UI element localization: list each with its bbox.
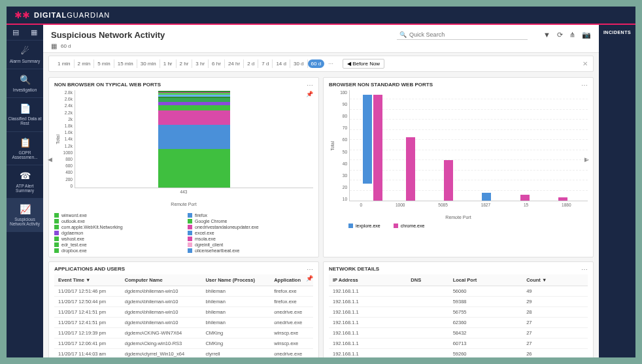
sidebar-item-5[interactable]: 📈Suspicious Network Activity	[7, 199, 43, 232]
table-cell	[407, 286, 448, 297]
bar[interactable]	[444, 160, 453, 201]
legend-item[interactable]: outlook.exe	[54, 219, 180, 223]
legend-item[interactable]: olicenseheartbeat.exe	[188, 248, 313, 253]
table-row[interactable]: 192.168.1.15675528	[329, 307, 588, 318]
table-cell: bhileman	[201, 307, 270, 318]
legend-item[interactable]: iexplore.exe	[348, 223, 380, 228]
sidebar-item-2[interactable]: 📄Classified Data at Rest	[7, 98, 43, 131]
column-header[interactable]: User Name (Process)	[201, 274, 270, 286]
table-row[interactable]: 192.168.1.15938829	[329, 297, 588, 307]
legend-swatch	[54, 242, 59, 247]
y-tick: 800	[60, 157, 73, 161]
sidebar-item-3[interactable]: 📋GDPR Assessmen...	[7, 132, 43, 165]
card-menu-icon[interactable]: ⋯	[307, 82, 313, 89]
time-segment[interactable]: 2 min	[75, 59, 95, 68]
card-menu-icon[interactable]: ⋯	[307, 266, 313, 273]
table-row[interactable]: 11/20/17 12:41:51 pmdgdemo\bhileman-win1…	[54, 307, 313, 318]
bar[interactable]	[406, 137, 415, 201]
stacked-bar-plot	[75, 90, 313, 188]
table-row[interactable]: 192.168.1.15926026	[329, 349, 588, 358]
time-segment[interactable]: 30 min	[137, 59, 160, 68]
time-segment[interactable]: 3 hr	[192, 59, 209, 68]
legend-item[interactable]: onedrivestandaloneupdater.exe	[188, 225, 313, 229]
bar-segment[interactable]	[158, 105, 230, 110]
table-row[interactable]: 11/20/17 12:50:44 pmdgdemo\bhileman-win1…	[54, 297, 313, 307]
legend-swatch	[54, 219, 59, 223]
incidents-tab[interactable]: INCIDENTS	[599, 30, 635, 35]
bar-segment[interactable]	[158, 110, 230, 124]
legend-item[interactable]: dropbox.exe	[54, 248, 180, 253]
column-header[interactable]: Local Port	[449, 274, 523, 286]
bar[interactable]	[520, 195, 530, 201]
calendar-icon[interactable]: ▦	[51, 42, 57, 50]
search-input[interactable]	[409, 31, 525, 38]
share-icon[interactable]: ⋔	[569, 31, 575, 39]
legend-item[interactable]: winword.exe	[54, 213, 180, 218]
side-top-dash-icon[interactable]: ▤	[7, 25, 25, 40]
legend-item[interactable]: wshost.exe	[54, 237, 180, 241]
bar[interactable]	[373, 95, 382, 201]
refresh-icon[interactable]: ⟳	[557, 31, 563, 39]
card-pin-icon[interactable]: 📌	[306, 275, 313, 282]
table-row[interactable]: 192.168.1.15843227	[329, 328, 588, 339]
bar-segment[interactable]	[158, 125, 230, 150]
table-row[interactable]: 11/20/17 12:19:39 pmdgdemo\CKING-WIN7X64…	[54, 328, 313, 339]
time-segment[interactable]: 7 d	[258, 59, 273, 68]
table-row[interactable]: 192.168.1.15606049	[329, 286, 588, 297]
time-segment[interactable]: 2 d	[244, 59, 258, 68]
time-segment[interactable]: 6 hr	[209, 59, 225, 68]
time-segment[interactable]: 5 min	[94, 59, 114, 68]
table-cell: 11/20/17 12:19:39 pm	[54, 328, 121, 339]
legend-item[interactable]: dgreinit_client	[188, 242, 313, 247]
legend-item[interactable]: edr_test.exe	[54, 242, 180, 247]
column-header[interactable]: DNS	[407, 274, 448, 286]
timebar-close-icon[interactable]: ✕	[583, 60, 588, 67]
bar[interactable]	[482, 193, 491, 201]
card-menu-icon[interactable]: ⋯	[581, 82, 588, 89]
legend-item[interactable]: msola.exe	[188, 237, 313, 241]
column-header[interactable]: Event Time ▼	[54, 274, 121, 286]
table-row[interactable]: 11/20/17 12:51:46 pmdgdemo\bhileman-win1…	[54, 286, 313, 297]
time-segment[interactable]: 30 d	[290, 59, 308, 68]
legend-item[interactable]: excel.exe	[188, 231, 313, 235]
time-segment[interactable]: 2 hr	[177, 59, 193, 68]
column-header[interactable]: IP Address	[329, 274, 407, 286]
table-cell: dgdemo\bhileman-win10	[121, 297, 202, 307]
legend-item[interactable]: chrome.exe	[394, 223, 425, 228]
sidebar-item-0[interactable]: ☄Alarm Summary	[7, 41, 43, 69]
time-range-bar: 1 min2 min5 min15 min30 min1 hr2 hr3 hr6…	[48, 56, 594, 72]
time-segment[interactable]: 15 min	[114, 59, 137, 68]
legend-item[interactable]: com.apple.WebKit.Networking	[54, 225, 180, 229]
table-cell: 62360	[449, 318, 523, 328]
column-header[interactable]: Count ▼	[522, 274, 588, 286]
table-row[interactable]: 11/20/17 12:41:51 pmdgdemo\bhileman-win1…	[54, 318, 313, 328]
search-box[interactable]: 🔍	[397, 30, 528, 40]
legend-swatch	[188, 248, 192, 253]
card-menu-icon[interactable]: ⋯	[581, 266, 588, 273]
time-more-icon[interactable]: ⋯	[326, 61, 336, 67]
time-segment[interactable]: 14 d	[273, 59, 290, 68]
bar-segment[interactable]	[158, 149, 230, 188]
side-top-chart-icon[interactable]: ▦	[25, 25, 43, 40]
camera-icon[interactable]: 📷	[582, 31, 591, 39]
bar[interactable]	[558, 197, 567, 201]
legend-item[interactable]: dgdaemon	[54, 231, 180, 235]
chart-prev-icon[interactable]: ◀	[48, 156, 52, 163]
sidebar-item-1[interactable]: 🔍Investigation	[7, 69, 43, 98]
table-row[interactable]: 192.168.1.16071327	[329, 339, 588, 349]
before-now-button[interactable]: ◀ Before Now	[343, 59, 384, 69]
bar[interactable]	[363, 95, 372, 184]
legend-item[interactable]: firefox	[188, 213, 313, 218]
time-segment[interactable]: 60 d	[308, 59, 325, 68]
table-row[interactable]: 11/20/17 11:44:03 amdgdemo\ctyrrel_Win10…	[54, 349, 313, 358]
time-segment[interactable]: 24 hr	[225, 59, 244, 68]
time-segment[interactable]: 1 min	[54, 59, 75, 68]
table-row[interactable]: 192.168.1.16236027	[329, 318, 588, 328]
table-cell: 11/20/17 12:41:51 pm	[54, 307, 121, 318]
table-row[interactable]: 11/20/17 12:06:41 pmdgdemo\Cking-win10-R…	[54, 339, 313, 349]
sidebar-item-4[interactable]: ☎ATP Alert Summary	[7, 165, 43, 199]
time-segment[interactable]: 1 hr	[160, 59, 177, 68]
legend-item[interactable]: Google Chrome	[188, 219, 313, 223]
column-header[interactable]: Computer Name	[121, 274, 202, 286]
filter-icon[interactable]: ▼	[543, 31, 550, 39]
